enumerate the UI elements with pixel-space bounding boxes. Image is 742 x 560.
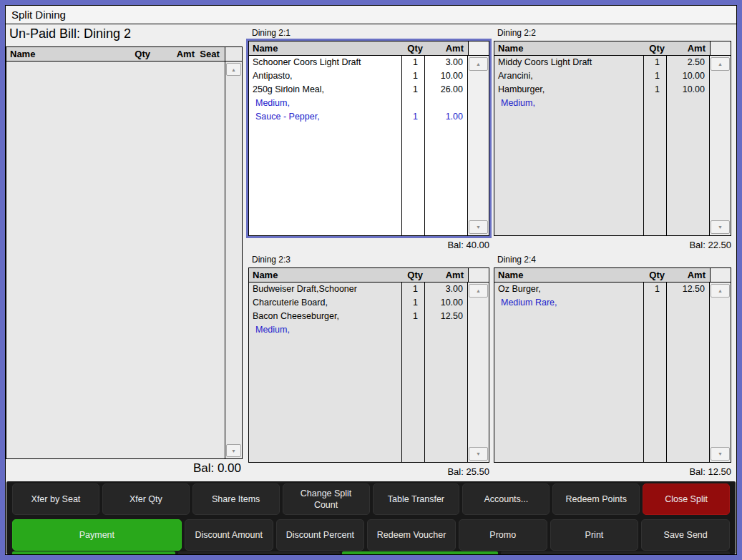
split-panel-dining-2-4[interactable]: Dining 2:4 Name Qty Amt Oz Burger, 1 12.… [492, 255, 733, 476]
scrollbar[interactable]: ▲ ▼ [709, 283, 731, 462]
scrollbar[interactable]: ▲ ▼ [467, 56, 489, 235]
item-name: Oz Burger, [494, 283, 643, 296]
split-item-list[interactable]: Budweiser Draft,Schooner 1 3.00 Charcute… [249, 283, 489, 462]
item-row[interactable]: Bacon Cheeseburger, 1 12.50 [249, 310, 467, 323]
item-amt [424, 97, 467, 110]
unpaid-bill-balance: Bal: 0.00 [6, 461, 243, 476]
split-panel-dining-2-2[interactable]: Dining 2:2 Name Qty Amt Middy Coors Ligh… [492, 28, 733, 250]
split-table-box: Name Qty Amt Oz Burger, 1 12.50 Medium R… [492, 265, 733, 465]
item-amt: 12.50 [424, 310, 467, 323]
item-row[interactable]: 250g Sirloin Meal, 1 26.00 [249, 83, 467, 97]
button-xfer-qty[interactable]: Xfer Qty [102, 483, 190, 515]
item-row[interactable]: Medium Rare, [494, 296, 709, 310]
column-header-name: Name [6, 49, 113, 59]
item-name: Budweiser Draft,Schooner [249, 283, 401, 296]
button-discount-percent[interactable]: Discount Percent [276, 519, 365, 551]
item-name: Schooner Coors Light Draft [249, 56, 401, 69]
scroll-up-button[interactable]: ▲ [226, 63, 241, 76]
split-table-box: Name Qty Amt Middy Coors Light Draft 1 2… [492, 39, 733, 238]
split-table[interactable]: Name Qty Amt Oz Burger, 1 12.50 Medium R… [494, 267, 731, 463]
split-table-header: Name Qty Amt [494, 41, 731, 56]
split-panel-dining-2-1[interactable]: Dining 2:1 Name Qty Amt Schooner Coors L… [246, 28, 492, 250]
button-discount-amount[interactable]: Discount Amount [185, 519, 273, 551]
cutoff-button-strip [501, 551, 730, 554]
item-qty: 1 [401, 310, 424, 323]
scroll-down-button[interactable]: ▼ [711, 447, 730, 461]
item-name: Middy Coors Light Draft [494, 56, 643, 69]
item-row[interactable]: Arancini, 1 10.00 [494, 69, 709, 83]
split-item-list[interactable]: Oz Burger, 1 12.50 Medium Rare, ▲ ▼ [494, 283, 731, 462]
item-qty: 1 [401, 83, 424, 97]
scrollbar-header-cap [710, 41, 731, 55]
item-name: Medium, [494, 97, 643, 110]
button-xfer-by-seat[interactable]: Xfer by Seat [12, 483, 99, 515]
split-item-list[interactable]: Middy Coors Light Draft 1 2.50 Arancini,… [494, 56, 731, 235]
button-close-split[interactable]: Close Split [643, 483, 730, 515]
item-amt: 26.00 [424, 83, 467, 97]
column-divider [666, 283, 667, 462]
window-frame: Split Dining Un-Paid Bill: Dining 2 Name… [5, 5, 737, 555]
split-table[interactable]: Name Qty Amt Middy Coors Light Draft 1 2… [494, 41, 731, 236]
cutoff-button-strip [12, 551, 175, 554]
scroll-up-button[interactable]: ▲ [711, 284, 730, 298]
scroll-up-button[interactable]: ▲ [469, 284, 488, 298]
split-table[interactable]: Name Qty Amt Schooner Coors Light Draft … [248, 41, 489, 236]
button-redeem-points[interactable]: Redeem Points [552, 483, 640, 515]
scroll-down-button[interactable]: ▼ [226, 444, 241, 457]
column-divider [401, 56, 402, 235]
column-divider [643, 283, 644, 462]
button-accounts[interactable]: Accounts... [462, 483, 550, 515]
item-row[interactable]: Charcuterie Board, 1 10.00 [249, 296, 467, 310]
scrollbar-header-cap [710, 268, 731, 282]
scroll-up-button[interactable]: ▲ [711, 57, 730, 71]
button-share-items[interactable]: Share Items [192, 483, 280, 515]
column-header-name: Name [249, 43, 404, 54]
scroll-up-button[interactable]: ▲ [469, 57, 488, 71]
item-amt [666, 296, 709, 310]
button-table-transfer[interactable]: Table Transfer [373, 483, 460, 515]
split-item-list[interactable]: Schooner Coors Light Draft 1 3.00 Antipa… [249, 56, 489, 235]
item-row[interactable]: Antipasto, 1 10.00 [249, 69, 467, 83]
button-redeem-voucher[interactable]: Redeem Voucher [367, 519, 456, 551]
split-table[interactable]: Name Qty Amt Budweiser Draft,Schooner 1 … [248, 267, 489, 463]
button-print[interactable]: Print [550, 519, 639, 551]
item-row[interactable]: Sauce - Pepper, 1 1.00 [249, 110, 467, 124]
unpaid-bill-list[interactable]: ▲ ▼ [6, 62, 242, 458]
item-row[interactable]: Medium, [249, 97, 467, 110]
item-row[interactable]: Hamburger, 1 10.00 [494, 83, 709, 97]
scroll-down-button[interactable]: ▼ [469, 220, 488, 234]
split-table-box: Name Qty Amt Budweiser Draft,Schooner 1 … [246, 265, 492, 465]
item-row[interactable]: Schooner Coors Light Draft 1 3.00 [249, 56, 467, 69]
item-qty [401, 97, 424, 110]
split-dining-window: Split Dining Un-Paid Bill: Dining 2 Name… [0, 0, 742, 560]
button-promo[interactable]: Promo [459, 519, 547, 551]
item-row[interactable]: Budweiser Draft,Schooner 1 3.00 [249, 283, 467, 296]
item-row[interactable]: Oz Burger, 1 12.50 [494, 283, 709, 296]
item-row[interactable]: Medium, [249, 323, 467, 337]
button-save-send[interactable]: Save Send [641, 519, 730, 551]
scrollbar[interactable]: ▲ ▼ [709, 56, 731, 235]
item-qty [643, 97, 666, 110]
item-qty: 1 [643, 69, 666, 83]
split-balance: Bal: 12.50 [689, 466, 731, 477]
scroll-up-icon: ▲ [718, 62, 723, 67]
scroll-down-button[interactable]: ▼ [469, 447, 488, 461]
cutoff-button-strip [178, 551, 340, 554]
item-row[interactable]: Medium, [494, 97, 709, 110]
scrollbar[interactable]: ▲ ▼ [467, 283, 489, 462]
button-change-split-count[interactable]: Change Split Count [283, 483, 370, 515]
button-payment[interactable]: Payment [12, 519, 182, 551]
split-panel-dining-2-3[interactable]: Dining 2:3 Name Qty Amt Budweiser Draft,… [246, 255, 492, 476]
item-row[interactable]: Middy Coors Light Draft 1 2.50 [494, 56, 709, 69]
item-qty: 1 [401, 69, 424, 83]
scroll-down-button[interactable]: ▼ [711, 220, 730, 234]
client-area: Un-Paid Bill: Dining 2 Name Qty Amt Seat… [6, 24, 736, 554]
split-balance: Bal: 25.50 [447, 466, 489, 477]
scrollbar[interactable]: ▲ ▼ [225, 62, 242, 458]
item-qty [643, 296, 666, 310]
scroll-up-icon: ▲ [718, 288, 723, 293]
unpaid-bill-table[interactable]: Name Qty Amt Seat ▲ ▼ [6, 46, 243, 459]
item-rows: Oz Burger, 1 12.50 Medium Rare, [494, 283, 709, 462]
item-amt: 10.00 [424, 296, 467, 310]
split-label: Dining 2:3 [252, 255, 291, 265]
